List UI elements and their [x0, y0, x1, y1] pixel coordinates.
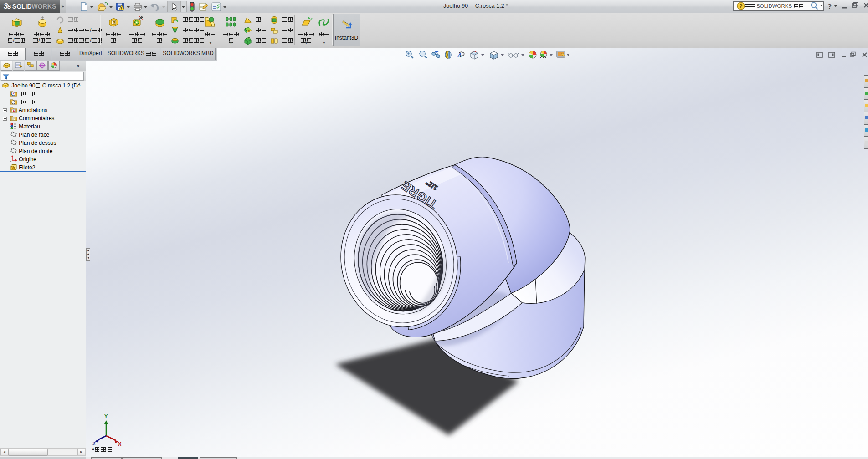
svg-text:X: X [118, 441, 122, 447]
svg-text:Y: Y [104, 413, 108, 419]
svg-text:?: ? [827, 2, 832, 10]
svg-text:?: ? [739, 3, 743, 10]
svg-text:A: A [13, 109, 15, 112]
svg-text:A: A [457, 52, 462, 59]
svg-text:Z: Z [92, 441, 96, 446]
